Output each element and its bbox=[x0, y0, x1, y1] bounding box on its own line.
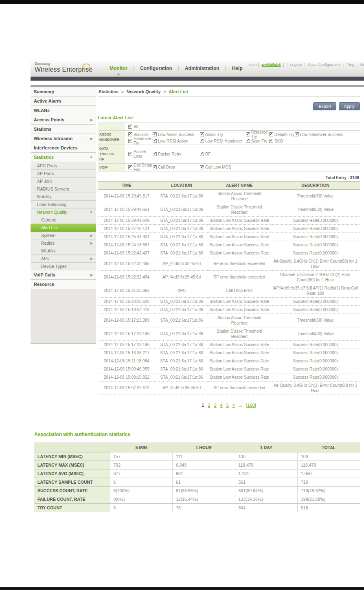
apply-button[interactable]: Apply bbox=[339, 102, 360, 110]
filter-checkbox-packet-retry[interactable]: Packet Retry bbox=[153, 152, 200, 156]
pagination-next[interactable]: > bbox=[232, 403, 235, 408]
table-row[interactable]: 2014-12-08 15:29:49.651STA_00:21:6a:17:1… bbox=[98, 203, 360, 216]
filter-checkbox-packet-loss[interactable]: Packet Loss bbox=[128, 149, 153, 158]
sidebar-item-radius-servers[interactable]: RADIUS Servers bbox=[31, 185, 96, 193]
table-row[interactable]: 2014-12-08 15:17:23.196STA_00:21:6a:17:1… bbox=[98, 340, 360, 349]
filter-checkbox-low-rssi-handover[interactable]: Low RSSI Handover bbox=[200, 139, 246, 143]
pagination-last-page[interactable]: [160] bbox=[246, 403, 256, 408]
stats-row: LATENCY AVG (MSEC)3778611,1311,059 bbox=[34, 469, 360, 478]
nav-item-configuration[interactable]: Configuration bbox=[134, 66, 178, 71]
table-row[interactable]: 2014-12-08 15:27:16.121STA_00:21:6a:17:1… bbox=[98, 224, 360, 232]
filter-checkbox-handover-try[interactable]: Handover Try bbox=[128, 136, 153, 145]
alert-name-cell: Station Assoc Threshold Reached bbox=[208, 189, 271, 203]
pagination-page-3[interactable]: 3 bbox=[214, 403, 216, 408]
filter-checkbox-low-assoc-success[interactable]: Low Assoc Success bbox=[153, 132, 200, 137]
filter-checkbox-all[interactable]: All bbox=[128, 125, 153, 129]
alert-table-header-row: TIMELOCATIONALERT NAMEDESCRIPTION bbox=[98, 181, 360, 189]
stats-row: LATENCY MIN (MSEC)157111100100 bbox=[34, 452, 360, 461]
table-row[interactable]: 2014-12-08 15:25:44.904STA_00:21:6a:17:1… bbox=[98, 232, 360, 241]
sidebar-item-network-quality[interactable]: Network Quality▼ bbox=[31, 208, 96, 216]
sidebar-item-mobility[interactable]: Mobility bbox=[31, 193, 96, 201]
location-cell: STA_00:21:6a:17:1a:86 bbox=[156, 314, 208, 327]
filter-checkbox-scan-try[interactable]: Scan Try bbox=[246, 139, 269, 143]
pagination-page-2[interactable]: 2 bbox=[208, 403, 210, 408]
table-row[interactable]: 2014-12-08 15:20:25.620STA_00:21:6a:17:1… bbox=[98, 297, 360, 305]
username-link[interactable]: weSWlab3 bbox=[261, 62, 281, 67]
checkbox-label: Deauth Try bbox=[274, 132, 294, 137]
sidebar-item-ap-join[interactable]: AP Join bbox=[31, 178, 96, 185]
sidebar-item-load-balancing[interactable]: Load Balancing bbox=[31, 201, 96, 208]
topbar-link-logout[interactable]: Logout bbox=[290, 62, 302, 67]
filter-checkbox-call-setup-fail[interactable]: Call Setup Fail bbox=[128, 163, 153, 172]
table-row[interactable]: 2014-12-08 15:13:38.217STA_00:21:6a:17:1… bbox=[98, 349, 360, 357]
checkbox-checked-icon bbox=[153, 165, 157, 169]
pagination-page-5[interactable]: 5 bbox=[226, 403, 229, 408]
topbar-separator: | bbox=[357, 62, 357, 67]
sidebar-item-general[interactable]: General bbox=[31, 216, 96, 224]
checkbox-label: Handover Try bbox=[134, 136, 153, 145]
table-row[interactable]: 2014-12-08 15:18:54.416STA_00:21:6a:17:1… bbox=[98, 305, 360, 314]
topbar-link-save-configuration[interactable]: Save Configuration bbox=[308, 62, 341, 67]
table-row[interactable]: 2014-12-08 15:08:15.822STA_00:21:6a:17:1… bbox=[98, 373, 360, 381]
sidebar-item-wlans[interactable]: WLANs bbox=[31, 247, 96, 255]
nav-item-administration[interactable]: Administration bbox=[179, 66, 225, 71]
table-row[interactable]: 2014-12-08 15:22:32.494AP_f4:d9:fb:35:45… bbox=[98, 270, 360, 284]
breadcrumb-item-alert-list[interactable]: Alert List bbox=[169, 89, 188, 94]
filter-checkbox-assoc-try[interactable]: Assoc Try bbox=[200, 132, 246, 137]
nav-item-monitor[interactable]: Monitor bbox=[104, 66, 133, 71]
sidebar-item-system[interactable]: System▶ bbox=[31, 232, 96, 239]
chevron-down-icon: ▼ bbox=[90, 156, 93, 159]
table-row[interactable]: 2014-12-08 15:11:18.084STA_00:21:6a:17:1… bbox=[98, 357, 360, 365]
sidebar-item-interference-devices[interactable]: Interference Devices bbox=[31, 143, 96, 153]
table-row[interactable]: 2014-12-08 15:17:23.199STA_00:21:6a:17:1… bbox=[98, 327, 360, 340]
location-cell: AP_f4:d9:fb:35:45:6d bbox=[156, 381, 208, 395]
filter-checkbox-low-rssi-assoc[interactable]: Low RSSI Assoc bbox=[153, 139, 200, 143]
breadcrumb-separator: > bbox=[164, 90, 166, 94]
sidebar-item-stations[interactable]: Stations bbox=[31, 125, 96, 134]
sidebar: SummaryActive AlarmWLANsAccess Points▶St… bbox=[31, 87, 96, 344]
breadcrumb-item-statistics[interactable]: Statistics bbox=[99, 89, 118, 94]
nav-item-help[interactable]: Help bbox=[226, 66, 248, 71]
filter-checkbox-deauth-try[interactable]: Deauth Try bbox=[269, 132, 295, 137]
filter-checkbox-call-drop[interactable]: Call Drop bbox=[153, 165, 200, 169]
export-button[interactable]: Export bbox=[313, 102, 336, 110]
sidebar-item-wlans[interactable]: WLANs bbox=[31, 106, 96, 115]
pagination-page-4[interactable]: 4 bbox=[220, 403, 223, 408]
sidebar-item-resource[interactable]: Resource bbox=[31, 280, 96, 289]
topbar-link-refresh[interactable]: Refresh bbox=[360, 62, 364, 67]
filter-checkbox-sko[interactable]: SKO bbox=[269, 139, 295, 143]
sidebar-item-radios[interactable]: Radios▶ bbox=[31, 239, 96, 247]
sidebar-item-apc-ports[interactable]: APC Ports bbox=[31, 162, 96, 170]
table-row[interactable]: 2014-12-08 15:21:25.862APCCall Drop Erro… bbox=[98, 284, 360, 297]
table-row[interactable]: 2014-12-08 15:24:13.687STA_00:21:6a:17:1… bbox=[98, 241, 360, 249]
sidebar-item-alert-list[interactable]: Alert List bbox=[31, 224, 96, 232]
breadcrumb-item-network-quality[interactable]: Network Quality bbox=[127, 89, 161, 94]
alert-name-cell: Station Low Assoc Success Rate bbox=[208, 249, 271, 257]
sidebar-item-access-points[interactable]: Access Points▶ bbox=[31, 115, 96, 125]
breadcrumb: Statistics>Network Quality>Alert List bbox=[98, 87, 360, 97]
sidebar-item-ap-ports[interactable]: AP Ports bbox=[31, 170, 96, 178]
table-row[interactable]: 2014-12-08 15:22:42.437STA_00:21:6a:17:1… bbox=[98, 249, 360, 257]
filter-checkbox-rf[interactable]: RF bbox=[200, 152, 246, 156]
sidebar-item-voip-calls[interactable]: VoIP Calls▶ bbox=[31, 270, 96, 280]
sidebar-item-aps[interactable]: APs▶ bbox=[31, 255, 96, 263]
alert-name-cell: RF error threshold exceeded bbox=[208, 381, 271, 395]
description-cell: Success Rate(0.000000) bbox=[271, 365, 360, 373]
table-row[interactable]: 2014-12-08 15:29:49.649STA_00:21:6a:17:1… bbox=[98, 216, 360, 224]
table-row[interactable]: 2014-12-08 15:09:46.955STA_00:21:6a:17:1… bbox=[98, 365, 360, 373]
table-row[interactable]: 2014-12-08 15:22:32.495AP_f4:d9:fb:35:45… bbox=[98, 257, 360, 270]
stats-value-cell: 61 bbox=[173, 478, 235, 487]
stats-value-cell: 6 bbox=[110, 478, 173, 487]
sidebar-item-summary[interactable]: Summary bbox=[31, 87, 96, 97]
filter-checkbox-blacklist[interactable]: Blacklist bbox=[128, 132, 153, 137]
table-row[interactable]: 2014-12-08 15:07:32.519AP_f4:d9:fb:35:45… bbox=[98, 381, 360, 395]
sidebar-item-statistics[interactable]: Statistics▼ bbox=[31, 153, 96, 162]
sidebar-item-active-alarm[interactable]: Active Alarm bbox=[31, 97, 96, 106]
topbar-link-ping[interactable]: Ping bbox=[346, 62, 354, 67]
table-row[interactable]: 2014-12-08 15:29:49.817STA_00:21:6a:17:1… bbox=[98, 189, 360, 203]
sidebar-item-device-types[interactable]: Device Types bbox=[31, 263, 96, 270]
filter-checkbox-low-handover-success[interactable]: Low Handover Success bbox=[295, 132, 343, 137]
sidebar-item-wireless-intrusion[interactable]: Wireless Intrusion▶ bbox=[31, 134, 96, 143]
filter-checkbox-call-low-mos[interactable]: Call Low MOS bbox=[200, 165, 246, 169]
table-row[interactable]: 2014-12-08 15:17:23.389STA_00:21:6a:17:1… bbox=[98, 314, 360, 327]
